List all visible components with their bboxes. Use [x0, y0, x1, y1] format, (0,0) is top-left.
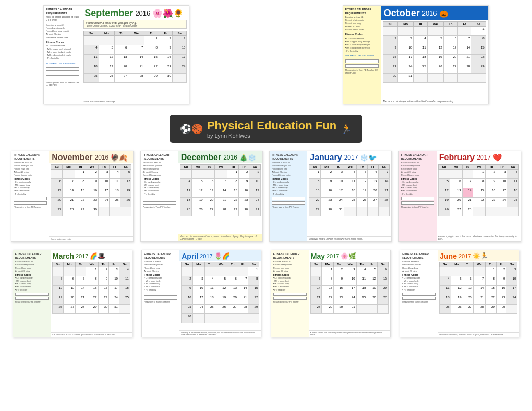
- table-row: 567891011: [438, 179, 518, 188]
- oct-right-panel: October 2016 🎃 Su Mo Tu We: [381, 6, 488, 104]
- table-row: 21222324252627: [310, 295, 388, 305]
- jan-grid: Su Mo Tu We Th Fr Sa 1234567 89101112131…: [307, 163, 391, 236]
- sep-cell: 26: [99, 74, 114, 83]
- sep-col-th: Th: [144, 31, 159, 36]
- mar-month-title: March: [53, 252, 74, 260]
- oct-month-title: October: [384, 8, 420, 19]
- feb-cell: 15: [473, 188, 486, 198]
- jan-input-1[interactable]: [272, 197, 305, 200]
- feb-cell: 21: [462, 198, 473, 207]
- table-row: 6789101112: [51, 179, 131, 188]
- jun-cell: 30: [496, 305, 506, 314]
- feb-input-1[interactable]: [401, 197, 434, 200]
- table-row: 2 3 4 5 6 7 8: [383, 36, 486, 45]
- sep-input-3[interactable]: [46, 77, 79, 80]
- jan-input-2[interactable]: [272, 201, 305, 205]
- dec-cell: 26: [191, 207, 204, 216]
- dec-input-2[interactable]: [143, 201, 176, 205]
- table-row: 2345678: [182, 276, 259, 286]
- table-row: 262728293031: [52, 305, 130, 314]
- jun-input-1[interactable]: [402, 293, 436, 296]
- jun-col: We: [473, 262, 485, 267]
- table-row: 27282930: [51, 207, 131, 216]
- sep-cell: [172, 74, 187, 83]
- jan-cell: 23: [321, 198, 333, 207]
- table-row: 252627282930: [440, 305, 517, 314]
- sep-link[interactable]: SITE BASED PACE RUNNERS: [46, 62, 75, 65]
- nov-fitness: Fitness Codes • C = cardiovascular• MS =…: [14, 178, 47, 196]
- oct-cell: [471, 74, 486, 83]
- mar-cell: 23: [98, 295, 109, 305]
- sep-input-1[interactable]: [46, 67, 79, 71]
- banner-subtitle: by Lynn Kohlwes: [207, 132, 336, 139]
- jan-cell: 28: [378, 198, 390, 207]
- may-input-1[interactable]: [273, 293, 307, 296]
- dec-cell: 1: [227, 170, 238, 179]
- oct-link[interactable]: SITE BASED PACE RUNNERS: [345, 54, 374, 57]
- may-fitness: Fitness Codes • C = cardiovascular• MS =…: [273, 274, 307, 292]
- apr-cell: 10: [192, 286, 204, 295]
- december-calendar: FITNESS CALENDAR REQUIREMENTS Exercise a…: [140, 151, 263, 242]
- mar-input-1[interactable]: [15, 293, 49, 296]
- mar-input-2[interactable]: [15, 297, 49, 300]
- mar-col: Tu: [76, 262, 86, 267]
- feb-cell: 10: [497, 179, 507, 188]
- apr-cell: [192, 314, 204, 323]
- feb-cell: 2: [486, 170, 497, 179]
- apr-cell: 22: [248, 295, 259, 305]
- sep-cell: 10: [172, 45, 187, 55]
- mar-grid: Su Mo Tu We Th Fr Sa 1234 567891011: [51, 261, 132, 332]
- nov-input-2[interactable]: [14, 201, 47, 205]
- may-cell: 2: [334, 267, 344, 276]
- jan-col: Su: [309, 165, 321, 170]
- mar-header: March 2017 🌈🎩: [51, 250, 132, 261]
- oct-cell: 8: [471, 36, 486, 45]
- may-grid: Su Mo Tu We Th Fr Sa 123456 78910111213: [309, 261, 390, 330]
- apr-input-1[interactable]: [144, 293, 177, 296]
- table-row: 4 5 6 7 8 9 10: [84, 45, 187, 55]
- feb-col: Mo: [450, 165, 462, 170]
- may-cell: [356, 305, 367, 314]
- nov-grid: Su Mo Tu We Th Fr Sa 12345 6789101112: [49, 163, 133, 236]
- mar-footer: Please give to Your PE Teacher: [15, 301, 49, 304]
- oct-cell: [383, 27, 397, 36]
- mar-cell: 24: [109, 295, 119, 305]
- sep-input-2[interactable]: [46, 72, 79, 76]
- october-calendar: FITNESS CALENDAR REQUIREMENTS Exercise a…: [343, 5, 489, 104]
- dec-input-1[interactable]: [143, 197, 176, 200]
- mar-cell: 26: [52, 305, 63, 314]
- apr-input-2[interactable]: [144, 297, 177, 300]
- jan-cell: 3: [333, 170, 344, 179]
- dec-right-panel: December 2016 🎄❄️ Su Mo Tu We Th: [178, 151, 262, 241]
- oct-cell: 15: [471, 45, 486, 55]
- oct-input-2[interactable]: [345, 64, 379, 68]
- feb-input-2[interactable]: [401, 201, 434, 205]
- jan-cell: 21: [378, 188, 390, 198]
- apr-cell: 12: [215, 286, 227, 295]
- may-calendar: FITNESS CALENDAR REQUIREMENTS Exercise a…: [271, 250, 391, 337]
- table-row: 19202122232425: [52, 295, 130, 305]
- oct-col-th: Th: [443, 22, 457, 27]
- feb-col: Fr: [497, 165, 507, 170]
- oct-cell: 16: [383, 55, 397, 64]
- apr-col: Mo: [192, 262, 204, 267]
- jun-input-2[interactable]: [402, 297, 436, 300]
- apr-cell: 9: [182, 286, 192, 295]
- may-cell: [367, 305, 378, 314]
- may-cell: 8: [322, 276, 334, 286]
- table-row: 1234567: [309, 170, 390, 179]
- oct-input-1[interactable]: [345, 59, 379, 63]
- nov-input-1[interactable]: [14, 197, 47, 200]
- feb-cell: 25: [507, 198, 519, 207]
- mar-fitness: Fitness Codes • C = cardiovascular• MS =…: [15, 274, 49, 292]
- may-header: May 2017 🌸🌿: [309, 250, 390, 261]
- nov-cell: [63, 170, 75, 179]
- sep-cell: 11: [84, 55, 99, 64]
- nov-cell: 23: [86, 198, 98, 207]
- apr-cell: 17: [192, 295, 204, 305]
- mar-req-title: FITNESS CALENDAR REQUIREMENTS: [15, 252, 49, 259]
- april-calendar: FITNESS CALENDAR REQUIREMENTS Exercise a…: [141, 250, 261, 337]
- jan-cell: [368, 207, 378, 216]
- mar-left-panel: FITNESS CALENDAR REQUIREMENTS Exercise a…: [13, 250, 51, 337]
- may-input-2[interactable]: [273, 297, 307, 300]
